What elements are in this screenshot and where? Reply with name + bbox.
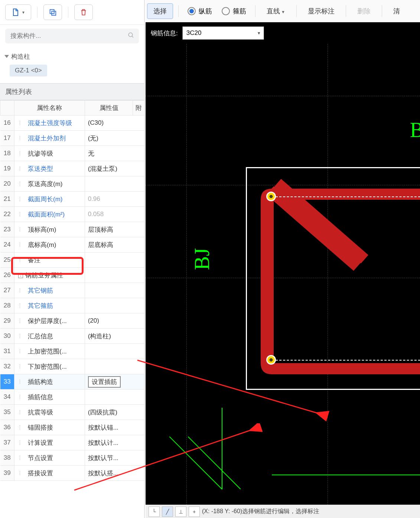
table-row[interactable]: 19泵送类型(混凝土泵) [0, 161, 144, 176]
line-button[interactable]: 直线▼ [261, 4, 291, 19]
rebar-info-bar: 钢筋信息: ▼ [146, 22, 420, 44]
table-row[interactable]: 26-钢筋业务属性 [0, 268, 144, 283]
search-icon [128, 32, 134, 40]
table-row[interactable]: 17混凝土外加剂(无) [0, 131, 144, 146]
new-button[interactable]: ▼ [5, 4, 31, 20]
dropdown-icon: ▼ [22, 10, 25, 14]
table-row[interactable]: 27其它钢筋 [0, 283, 144, 298]
dropdown-icon: ▼ [257, 31, 261, 35]
radio-on-icon [188, 7, 196, 15]
canvas-label-b: B [410, 118, 420, 142]
copy-icon [49, 8, 57, 16]
table-row[interactable]: 25备注 [0, 253, 144, 268]
col-att[interactable]: 附 [133, 101, 144, 115]
table-row[interactable]: 28其它箍筋 [0, 298, 144, 313]
svg-point-2 [128, 33, 133, 37]
delete-rebar-button[interactable]: 删除 [351, 4, 377, 19]
table-row[interactable]: 36锚固搭接按默认锚... [0, 420, 144, 435]
right-toolbar: 选择 纵筋 箍筋 直线▼ 显示标注 删除 清 [146, 0, 420, 22]
status-coords: (X: -188 Y: -60)选择钢筋进行编辑，选择标注 [202, 508, 319, 515]
properties-table: 属性名称 属性值 附 16混凝土强度等级(C30)17混凝土外加剂(无)18抗渗… [0, 100, 144, 481]
radio-longitudinal[interactable]: 纵筋 [188, 7, 212, 16]
table-row[interactable]: 20泵送高度(m) [0, 176, 144, 192]
table-row[interactable]: 24底标高(m)层底标高 [0, 237, 144, 253]
properties-header: 属性列表 [0, 83, 144, 100]
rebar-node-2[interactable]: ⊕ [266, 355, 276, 365]
rebar-info-input[interactable] [182, 26, 264, 40]
radio-off-icon [222, 7, 230, 15]
rebar-info-label: 钢筋信息: [151, 29, 178, 38]
rebar-info-combo[interactable]: ▼ [182, 26, 264, 40]
radio-stirrup[interactable]: 箍筋 [222, 7, 246, 16]
trash-icon [79, 8, 88, 16]
svg-rect-0 [50, 10, 54, 14]
table-row[interactable]: 38节点设置按默认节... [0, 450, 144, 466]
table-row[interactable]: 39搭接设置按默认搭... [0, 466, 144, 481]
table-row[interactable]: 34插筋信息 [0, 390, 144, 405]
delete-button[interactable] [74, 4, 93, 20]
sb-grid-icon[interactable]: ⊥ [175, 506, 186, 517]
canvas-label-bj: BJ [190, 248, 214, 270]
tree-child-node[interactable]: GZ-1 <0> [10, 65, 47, 76]
tree-root-node[interactable]: 构造柱 [2, 51, 139, 65]
table-row[interactable]: 32下加密范围(... [0, 359, 144, 374]
table-row[interactable]: 18抗渗等级无 [0, 146, 144, 161]
table-row[interactable]: 23顶标高(m)层顶标高 [0, 222, 144, 237]
table-row[interactable]: 35抗震等级(四级抗震) [0, 405, 144, 420]
table-row[interactable]: 37计算设置按默认计... [0, 435, 144, 450]
col-name[interactable]: 属性名称 [14, 101, 85, 115]
sb-zoom-icon[interactable]: + [189, 506, 200, 517]
table-row[interactable]: 33插筋构造设置插筋 [0, 374, 144, 390]
new-file-icon [11, 8, 20, 17]
sb-ortho-icon[interactable]: └ [149, 506, 160, 517]
table-row[interactable]: 29保护层厚度(...(20) [0, 313, 144, 329]
rebar-node-1[interactable]: ⊕ [266, 192, 276, 201]
table-row[interactable]: 31上加密范围(... [0, 344, 144, 359]
clear-button[interactable]: 清 [387, 4, 406, 19]
drawing-canvas[interactable]: B BJ ⊕ ⊕ [146, 44, 420, 518]
status-bar: └ ╱ ⊥ + (X: -188 Y: -60)选择钢筋进行编辑，选择标注 [146, 505, 420, 518]
table-row[interactable]: 16混凝土强度等级(C30) [0, 115, 144, 131]
show-label-button[interactable]: 显示标注 [302, 4, 341, 19]
left-toolbar: ▼ [0, 0, 144, 25]
select-button[interactable]: 选择 [147, 3, 173, 19]
table-row[interactable]: 30汇总信息(构造柱) [0, 329, 144, 344]
search-box [5, 29, 139, 43]
search-input[interactable] [5, 29, 139, 43]
col-num [0, 101, 14, 115]
stirrup-shape [253, 177, 420, 382]
copy-button[interactable] [43, 4, 62, 20]
component-tree: 构造柱 GZ-1 <0> [0, 49, 144, 83]
col-value[interactable]: 属性值 [85, 101, 133, 115]
caret-down-icon [4, 55, 9, 58]
table-row[interactable]: 22截面面积(m²)0.058 [0, 207, 144, 222]
sb-snap-icon[interactable]: ╱ [162, 506, 173, 517]
table-row[interactable]: 21截面周长(m)0.96 [0, 192, 144, 207]
